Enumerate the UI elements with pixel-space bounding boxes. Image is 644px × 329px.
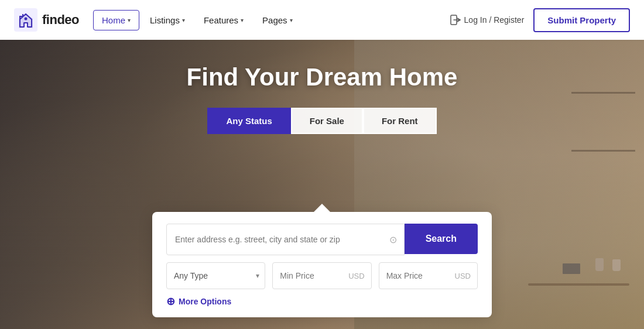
svg-point-1 [25, 18, 28, 20]
submit-property-button[interactable]: Submit Property [533, 8, 630, 32]
address-input-wrap: ⊙ [166, 224, 405, 255]
nav-links: Home ▾ Listings ▾ Features ▾ Pages ▾ [93, 10, 450, 30]
search-button[interactable]: Search [405, 224, 478, 254]
type-select-wrap: Any Type House Apartment Condo Studio La… [166, 262, 265, 289]
navbar: findeo Home ▾ Listings ▾ Features ▾ Page… [0, 0, 644, 40]
nav-item-home[interactable]: Home ▾ [93, 10, 139, 30]
login-link[interactable]: Log In / Register [450, 15, 525, 25]
type-select[interactable]: Any Type House Apartment Condo Studio La… [166, 262, 265, 289]
login-label: Log In / Register [464, 15, 525, 25]
hero-section: Find Your Dream Home Any Status For Sale… [0, 40, 644, 329]
hero-title: Find Your Dream Home [187, 63, 458, 91]
nav-pages-label: Pages [262, 15, 287, 25]
max-price-wrap: USD [379, 262, 478, 289]
more-options-label: More Options [179, 297, 231, 306]
brand-name: findeo [42, 12, 79, 28]
location-icon: ⊙ [389, 234, 397, 245]
nav-right: Log In / Register Submit Property [450, 8, 630, 32]
min-price-wrap: USD [272, 262, 371, 289]
logo[interactable]: findeo [14, 8, 79, 32]
nav-pages-chevron: ▾ [290, 17, 293, 23]
login-icon [450, 15, 461, 25]
nav-home-chevron: ▾ [128, 17, 131, 23]
nav-features-label: Features [204, 15, 238, 25]
nav-item-listings[interactable]: Listings ▾ [142, 11, 193, 30]
tab-for-rent[interactable]: For Rent [363, 108, 437, 134]
tab-any-status[interactable]: Any Status [207, 108, 290, 134]
nav-features-chevron: ▾ [241, 17, 244, 23]
logo-icon [14, 8, 37, 32]
nav-listings-chevron: ▾ [182, 17, 185, 23]
tab-for-sale[interactable]: For Sale [291, 108, 363, 134]
address-input[interactable] [167, 224, 404, 255]
status-tabs: Any Status For Sale For Rent [207, 108, 436, 134]
search-row: ⊙ Search [166, 224, 478, 255]
filter-row: Any Type House Apartment Condo Studio La… [166, 262, 478, 289]
nav-listings-label: Listings [150, 15, 180, 25]
nav-item-pages[interactable]: Pages ▾ [254, 11, 301, 30]
more-options-link[interactable]: ⊕ More Options [166, 296, 478, 307]
nav-home-label: Home [102, 15, 125, 25]
search-box: ⊙ Search Any Type House Apartment Condo … [152, 212, 492, 317]
more-options-icon: ⊕ [166, 296, 175, 307]
nav-item-features[interactable]: Features ▾ [196, 11, 252, 30]
min-price-suffix: USD [348, 272, 364, 280]
max-price-suffix: USD [455, 272, 471, 280]
